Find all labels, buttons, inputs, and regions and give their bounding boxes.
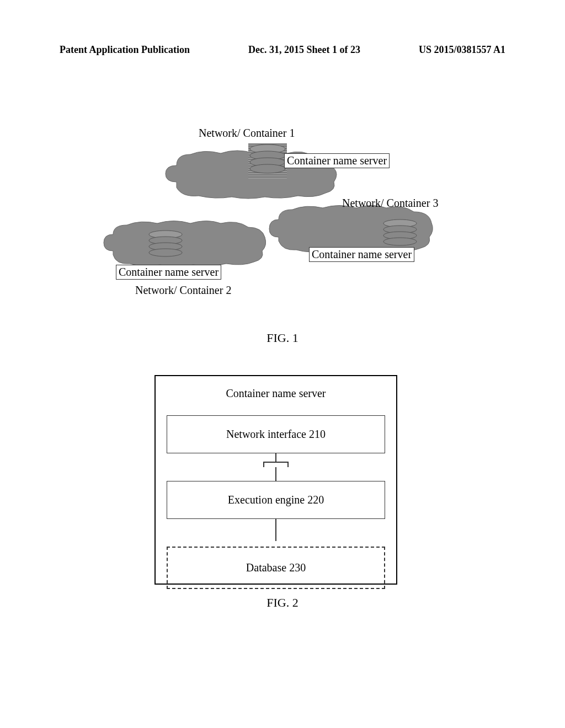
cloud-1-server-label: Container name server	[284, 153, 390, 168]
svg-point-3	[250, 164, 285, 173]
database-box: Database 230	[167, 547, 385, 589]
header-center: Dec. 31, 2015 Sheet 1 of 23	[248, 44, 360, 56]
db-stack-3	[381, 218, 419, 250]
cloud-2-server-label: Container name server	[116, 265, 221, 280]
header-left: Patent Application Publication	[60, 44, 190, 56]
db-stack-1	[248, 143, 287, 179]
cloud-2	[99, 215, 270, 270]
svg-point-11	[383, 238, 417, 245]
execution-engine-box: Execution engine 220	[167, 481, 385, 519]
cloud-2-label: Network/ Container 2	[135, 284, 231, 297]
figure-2-caption: FIG. 2	[266, 596, 298, 610]
figure-2: Container name server Network interface …	[154, 375, 397, 585]
db-stack-2	[146, 229, 185, 261]
execution-engine-label: Execution engine 220	[228, 494, 324, 506]
figure-2-title: Container name server	[156, 376, 396, 410]
header-right: US 2015/0381557 A1	[419, 44, 505, 56]
figure-1-caption: FIG. 1	[266, 331, 298, 345]
database-label: Database 230	[246, 561, 306, 574]
network-interface-label: Network interface 210	[226, 428, 326, 440]
figure-1: Network/ Container 1 Container name serv…	[110, 127, 469, 303]
cloud-3-label: Network/ Container 3	[342, 197, 438, 210]
svg-point-7	[149, 249, 182, 256]
network-interface-box: Network interface 210	[167, 415, 385, 453]
cloud-1-label: Network/ Container 1	[199, 127, 295, 140]
cloud-3-server-label: Container name server	[309, 247, 414, 262]
